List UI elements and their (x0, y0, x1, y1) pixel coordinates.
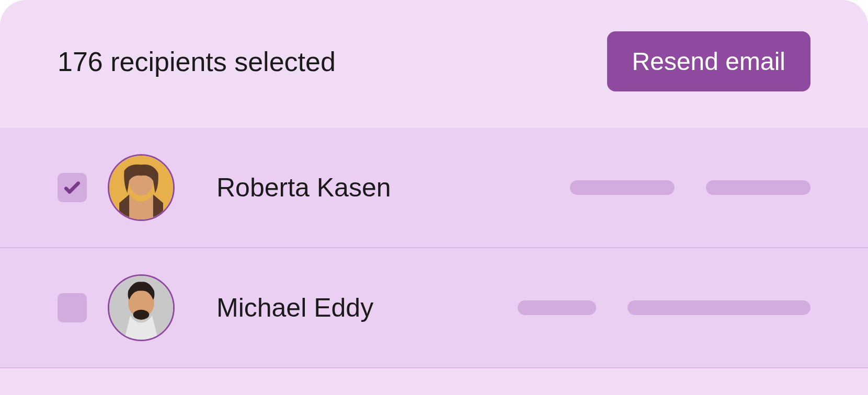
recipient-row[interactable]: Michael Eddy (0, 248, 868, 368)
avatar (108, 154, 175, 221)
recipients-list: Roberta Kasen Michael Eddy (0, 128, 868, 368)
placeholder-bar (706, 180, 810, 195)
resend-email-button[interactable]: Resend email (607, 31, 810, 91)
recipient-name: Michael Eddy (216, 293, 467, 323)
placeholder-bar (627, 300, 810, 315)
placeholder-group (488, 180, 810, 195)
selection-count-title: 176 recipients selected (58, 46, 336, 77)
panel-header: 176 recipients selected Resend email (0, 0, 868, 128)
recipient-name: Roberta Kasen (216, 172, 467, 203)
placeholder-bar (570, 180, 675, 195)
recipients-panel: 176 recipients selected Resend email (0, 0, 868, 395)
recipient-checkbox[interactable] (58, 293, 87, 322)
recipient-row[interactable]: Roberta Kasen (0, 128, 868, 248)
avatar (108, 274, 175, 341)
recipient-checkbox[interactable] (58, 173, 87, 202)
svg-point-4 (133, 310, 150, 320)
placeholder-bar (518, 300, 596, 315)
check-icon (62, 177, 83, 198)
placeholder-group (488, 300, 810, 315)
